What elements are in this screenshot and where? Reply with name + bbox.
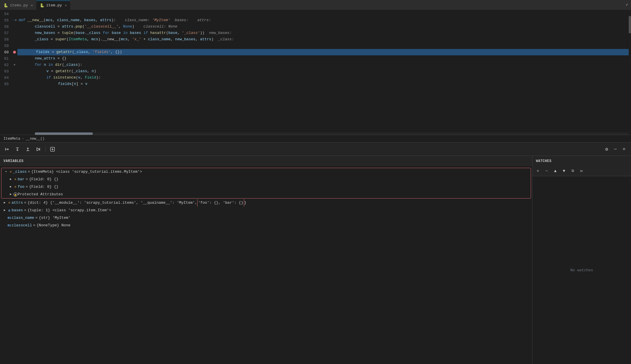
expand-bases[interactable]: ▶ <box>2 208 7 212</box>
line-number-65: 65 <box>0 82 12 86</box>
line-number-59: 59 <box>0 44 12 48</box>
debug-settings: ⚙ — ⊡ <box>603 146 628 153</box>
variable-foo[interactable]: ▶ ≡ foo = {Field: 0} {} <box>1 183 531 191</box>
breadcrumb: ItemMeta › __new__() <box>0 135 631 142</box>
variable-protected[interactable]: ▶ 🔒 Protected Attributes <box>1 191 531 198</box>
attrs-highlight: 'foo': {}, 'bar': {} <box>197 199 244 207</box>
var-icon-foo: ≡ <box>13 183 18 191</box>
line-number-58: 58 <box>0 37 12 42</box>
step-into-button[interactable] <box>14 146 21 153</box>
run-to-cursor-button[interactable] <box>35 146 42 153</box>
var-value-attrs-end: } <box>244 199 246 207</box>
watches-panel: Watches + − ▲ ▼ ⧉ ∞ No watches <box>532 156 631 364</box>
var-value-_class: {ItemMeta} <class 'scrapy_tutorial.items… <box>31 168 142 176</box>
tab-item-py-close[interactable]: ✕ <box>65 3 67 7</box>
code-line-63: v = getattr(_class, n) <box>17 68 631 74</box>
no-watches-text: No watches <box>570 268 593 272</box>
var-name-class_name: class_name <box>12 214 34 222</box>
gutter-row-60: 60 <box>0 49 17 55</box>
variable-bar[interactable]: ▶ ≡ bar = {Field: 0} {} <box>1 176 531 183</box>
var-name-classcell: classcell <box>12 222 32 229</box>
variable-class_name[interactable]: ▶ 01 class_name = {str} 'MyItem' <box>0 214 532 222</box>
code-57: new_bases = tuple(base._class for base i… <box>35 30 204 36</box>
editor-area: 54 55 → ▼ 56 57 58 <box>0 10 631 135</box>
var-icon-classcell: 01 <box>7 222 12 229</box>
move-up-watch-button[interactable]: ▲ <box>552 168 559 174</box>
variable-attrs[interactable]: ▶ ≡ attrs = {dict: 4} {'__module__': 'sc… <box>0 199 532 207</box>
var-line-protected: Protected Attributes <box>18 191 63 198</box>
code-line-64: if isinstance(v, Field): <box>17 74 631 81</box>
watches-title: Watches <box>536 159 552 163</box>
var-eq-attrs: = <box>24 199 26 207</box>
var-value-bases: {tuple: 1} <class 'scrapy.item.Item'> <box>28 207 111 214</box>
line-number-57: 57 <box>0 31 12 35</box>
gutter-row-65: 65 <box>0 81 17 87</box>
expand-foo[interactable]: ▶ <box>8 185 13 188</box>
variable-classcell[interactable]: ▶ 01 classcell = {NoneType} None <box>0 222 532 229</box>
breakpoint-60[interactable] <box>13 51 16 54</box>
tab-items-py[interactable]: 🐍 items.py ✕ <box>0 1 36 10</box>
step-over-button[interactable] <box>3 146 10 153</box>
check-icon: ✓ <box>626 2 628 7</box>
variable-_class[interactable]: ▾ ≡ _class = {ItemMeta} <class 'scrapy_t… <box>1 168 531 176</box>
var-line-_class: _class = {ItemMeta} <class 'scrapy_tutor… <box>13 168 142 176</box>
code-58: _class = super(ItemMeta, mcs).__new__(mc… <box>35 36 213 43</box>
line-number-63: 63 <box>0 69 12 74</box>
infinity-watch-button[interactable]: ∞ <box>578 168 585 174</box>
breadcrumb-item-itemmeta[interactable]: ItemMeta <box>3 137 20 141</box>
code-line-55: def __new__(mcs, class_name, bases, attr… <box>17 17 631 23</box>
settings-button[interactable]: ⚙ <box>603 146 610 153</box>
var-eq-bar: = <box>26 176 28 183</box>
fold-icon-55[interactable]: ▼ <box>15 19 17 22</box>
evaluate-button[interactable] <box>49 146 56 153</box>
debug-tooltip-55: class_name: 'MyItem' bases: attrs: <box>116 17 211 23</box>
h-scrollbar[interactable] <box>35 132 629 135</box>
gutter-icons-62: ▼ <box>12 63 17 67</box>
variable-bases[interactable]: ▶ ≋ bases = {tuple: 1} <class 'scrapy.it… <box>0 207 532 214</box>
h-scrollbar-thumb[interactable] <box>35 132 93 135</box>
code-56: classcell = attrs.pop('__classcell__', N… <box>35 23 134 30</box>
gutter-icons-60 <box>12 51 17 54</box>
var-icon-bases: ≋ <box>7 207 12 214</box>
var-eq-classcell: = <box>33 222 35 229</box>
remove-watch-button[interactable]: − <box>543 168 550 174</box>
var-value-classcell: {NoneType} None <box>37 222 70 229</box>
fold-icon-62[interactable]: ▼ <box>14 63 15 67</box>
code-61: new_attrs = {} <box>35 55 66 62</box>
code-65: fields[n] = v <box>58 81 87 87</box>
expand-protected[interactable]: ▶ <box>8 192 13 196</box>
line-number-61: 61 <box>0 57 12 61</box>
layout-button[interactable]: — <box>612 146 619 153</box>
gutter-row-59: 59 <box>0 43 17 49</box>
tab-item-py[interactable]: 🐍 item.py ✕ <box>36 1 70 10</box>
expand-_class[interactable]: ▾ <box>4 170 8 173</box>
code-line-62: for n in dir(_class): <box>17 62 631 68</box>
var-eq-bases: = <box>24 207 26 214</box>
var-name-_class: _class <box>13 168 27 176</box>
step-out-button[interactable] <box>24 146 31 153</box>
panel-layout-button[interactable]: ⊡ <box>621 146 628 153</box>
tab-items-py-close[interactable]: ✕ <box>31 3 33 7</box>
class-highlight-box: ▾ ≡ _class = {ItemMeta} <class 'scrapy_t… <box>1 168 531 199</box>
gutter-row-63: 63 <box>0 68 17 74</box>
expand-attrs[interactable]: ▶ <box>2 201 7 204</box>
variables-panel: Variables ▾ ≡ _class = {ItemMeta} <class… <box>0 156 532 364</box>
debug-tooltip-56: classcell: None <box>134 23 177 30</box>
copy-watch-button[interactable]: ⧉ <box>570 168 576 174</box>
line-gutter: 54 55 → ▼ 56 57 58 <box>0 10 17 135</box>
var-line-classcell: classcell = {NoneType} None <box>12 222 70 229</box>
code-lines: def __new__(mcs, class_name, bases, attr… <box>17 10 631 135</box>
v-scrollbar-thumb[interactable] <box>629 16 631 33</box>
v-scrollbar[interactable] <box>629 10 631 135</box>
gutter-row-54: 54 <box>0 11 17 17</box>
move-down-watch-button[interactable]: ▼ <box>561 168 567 174</box>
var-icon-bar: ≡ <box>13 176 18 183</box>
add-watch-button[interactable]: + <box>535 168 541 174</box>
breadcrumb-item-new[interactable]: __new__() <box>26 137 45 141</box>
expand-bar[interactable]: ▶ <box>8 177 13 181</box>
tab-item-py-label: item.py <box>46 3 62 8</box>
protected-icon: 🔒 <box>13 192 17 196</box>
watches-toolbar: + − ▲ ▼ ⧉ ∞ <box>532 166 631 176</box>
var-name-bar: bar <box>18 176 24 183</box>
variables-panel-header: Variables <box>0 156 532 166</box>
